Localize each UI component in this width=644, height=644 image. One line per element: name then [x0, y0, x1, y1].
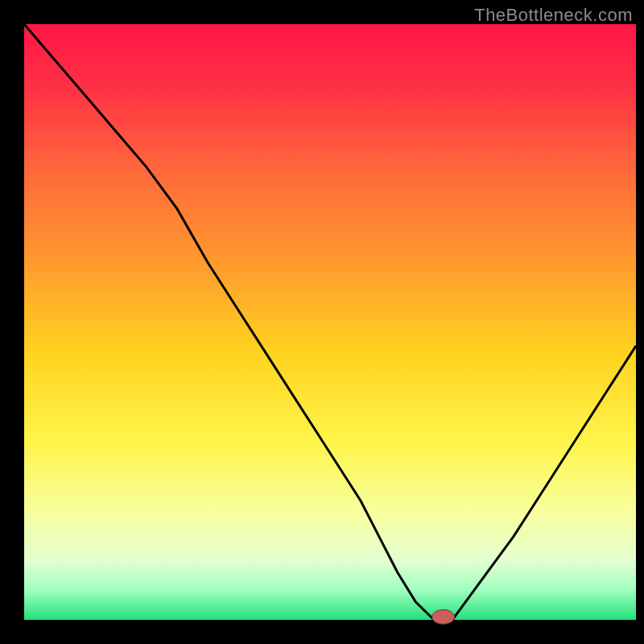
watermark: TheBottleneck.com	[474, 5, 633, 26]
optimum-marker	[432, 609, 455, 624]
bottleneck-chart	[0, 0, 644, 644]
plot-background	[24, 24, 636, 620]
chart-container: TheBottleneck.com	[0, 0, 644, 644]
